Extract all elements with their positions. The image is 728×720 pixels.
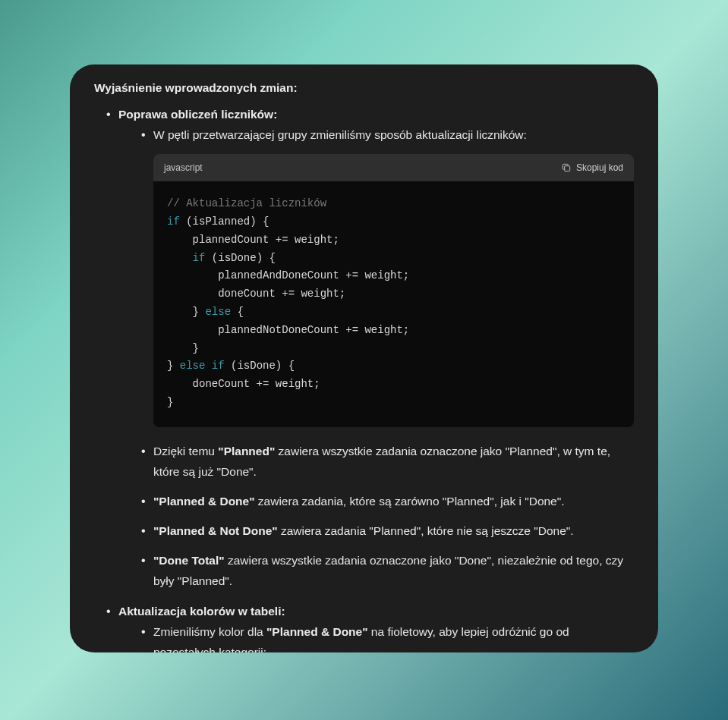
svg-rect-0 bbox=[565, 166, 570, 171]
nested-list: Zmieniliśmy kolor dla "Planned & Done" n… bbox=[118, 621, 634, 652]
section-heading: Wyjaśnienie wprowadzonych zmian: bbox=[94, 81, 634, 95]
copy-icon bbox=[561, 162, 572, 173]
code-block: javascript Skopiuj kod // Aktualizacja l… bbox=[153, 154, 634, 427]
copy-code-button[interactable]: Skopiuj kod bbox=[561, 160, 623, 176]
list-item: "Planned & Not Done" zawiera zadania "Pl… bbox=[143, 520, 634, 541]
code-content: // Aktualizacja liczników if (isPlanned)… bbox=[153, 181, 634, 427]
list-item: Aktualizacja kolorów w tabeli: Zmieniliś… bbox=[108, 601, 634, 652]
item-title: Poprawa obliczeń liczników: bbox=[118, 108, 277, 121]
list-item: Zmieniliśmy kolor dla "Planned & Done" n… bbox=[143, 621, 634, 652]
list-item: W pętli przetwarzającej grupy zmieniliśm… bbox=[143, 124, 634, 427]
copy-code-label: Skopiuj kod bbox=[576, 160, 623, 176]
top-list: Poprawa obliczeń liczników: W pętli prze… bbox=[94, 104, 634, 652]
assistant-message-card: Wyjaśnienie wprowadzonych zmian: Poprawa… bbox=[70, 64, 658, 652]
list-item: Dzięki temu "Planned" zawiera wszystkie … bbox=[143, 441, 634, 482]
code-language-label: javascript bbox=[164, 160, 203, 176]
code-block-header: javascript Skopiuj kod bbox=[153, 154, 634, 181]
nested-list: W pętli przetwarzającej grupy zmieniliśm… bbox=[118, 124, 634, 591]
list-item: Poprawa obliczeń liczników: W pętli prze… bbox=[108, 104, 634, 592]
list-item: "Done Total" zawiera wszystkie zadania o… bbox=[143, 550, 634, 591]
list-item: "Planned & Done" zawiera zadania, które … bbox=[143, 491, 634, 511]
intro-text: W pętli przetwarzającej grupy zmieniliśm… bbox=[153, 128, 527, 141]
item-title: Aktualizacja kolorów w tabeli: bbox=[118, 605, 285, 618]
